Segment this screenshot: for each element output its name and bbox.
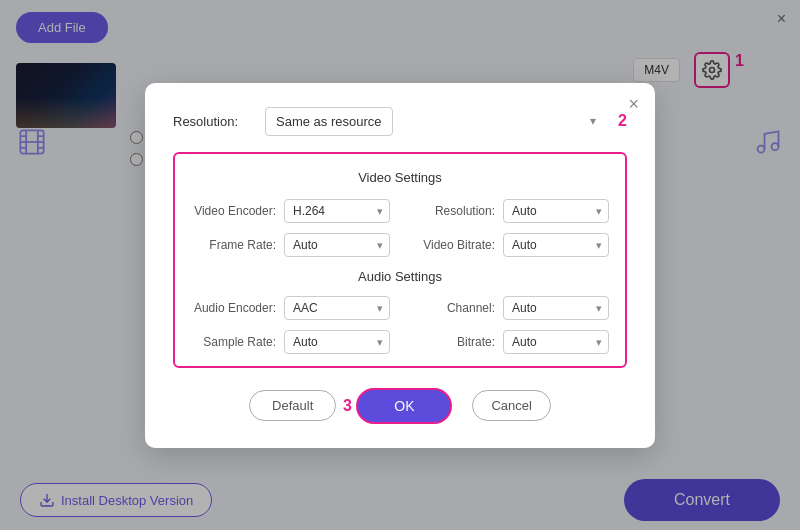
resolution-sub-select-wrapper: Auto (503, 199, 609, 223)
video-encoder-row: Video Encoder: H.264 (191, 199, 390, 223)
resolution-row: Resolution: Same as resource 2 (173, 107, 627, 136)
sample-rate-row: Sample Rate: Auto (191, 330, 390, 354)
video-bitrate-label: Video Bitrate: (410, 238, 495, 252)
video-encoder-select[interactable]: H.264 (284, 199, 390, 223)
resolution-select-wrapper: Same as resource (265, 107, 606, 136)
frame-rate-row: Frame Rate: Auto (191, 233, 390, 257)
channel-label: Channel: (410, 301, 495, 315)
audio-settings-title: Audio Settings (191, 269, 609, 284)
channel-row: Channel: Auto (410, 296, 609, 320)
audio-encoder-select[interactable]: AAC (284, 296, 390, 320)
resolution-select[interactable]: Same as resource (265, 107, 393, 136)
settings-box: Video Settings Video Encoder: H.264 Re (173, 152, 627, 368)
resolution-sub-row: Resolution: Auto (410, 199, 609, 223)
badge-2: 2 (618, 112, 627, 130)
resolution-label: Resolution: (173, 114, 253, 129)
bitrate-select[interactable]: Auto (503, 330, 609, 354)
audio-settings-grid: Audio Encoder: AAC Channel: Auto (191, 296, 609, 354)
modal-footer: Default 3 OK Cancel (173, 388, 627, 424)
resolution-sub-label: Resolution: (410, 204, 495, 218)
modal-overlay: × Resolution: Same as resource 2 Video S… (0, 0, 800, 530)
ok-button[interactable]: OK (356, 388, 452, 424)
audio-encoder-select-wrapper: AAC (284, 296, 390, 320)
bitrate-row: Bitrate: Auto (410, 330, 609, 354)
bitrate-label: Bitrate: (410, 335, 495, 349)
frame-rate-label: Frame Rate: (191, 238, 276, 252)
video-bitrate-select-wrapper: Auto (503, 233, 609, 257)
audio-encoder-row: Audio Encoder: AAC (191, 296, 390, 320)
badge-3: 3 (343, 397, 352, 415)
default-button[interactable]: Default (249, 390, 336, 421)
frame-rate-select[interactable]: Auto (284, 233, 390, 257)
cancel-button[interactable]: Cancel (472, 390, 550, 421)
bitrate-select-wrapper: Auto (503, 330, 609, 354)
audio-encoder-label: Audio Encoder: (191, 301, 276, 315)
video-settings-grid: Video Encoder: H.264 Resolution: Auto (191, 199, 609, 257)
modal-close-button[interactable]: × (628, 95, 639, 113)
sample-rate-select[interactable]: Auto (284, 330, 390, 354)
video-settings-title: Video Settings (191, 170, 609, 185)
channel-select[interactable]: Auto (503, 296, 609, 320)
video-encoder-select-wrapper: H.264 (284, 199, 390, 223)
sample-rate-label: Sample Rate: (191, 335, 276, 349)
channel-select-wrapper: Auto (503, 296, 609, 320)
resolution-sub-select[interactable]: Auto (503, 199, 609, 223)
settings-modal: × Resolution: Same as resource 2 Video S… (145, 83, 655, 448)
frame-rate-select-wrapper: Auto (284, 233, 390, 257)
video-bitrate-select[interactable]: Auto (503, 233, 609, 257)
video-encoder-label: Video Encoder: (191, 204, 276, 218)
sample-rate-select-wrapper: Auto (284, 330, 390, 354)
video-bitrate-row: Video Bitrate: Auto (410, 233, 609, 257)
app-background: Add File × M4V 1 M.. (0, 0, 800, 530)
